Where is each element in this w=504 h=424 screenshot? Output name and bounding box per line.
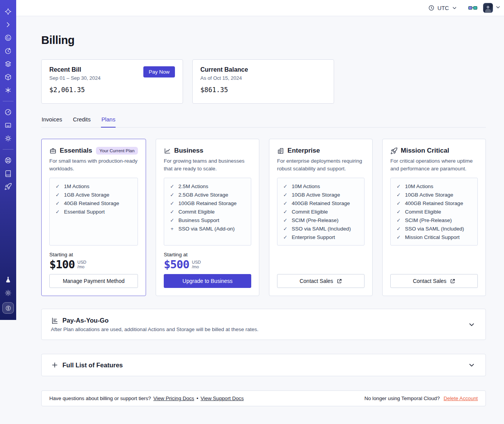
- tab-credits[interactable]: Credits: [72, 114, 91, 127]
- manage-payment-button[interactable]: Manage Payment Method: [49, 274, 138, 288]
- check-icon: ✓: [283, 209, 288, 214]
- check-icon: ✓: [396, 192, 401, 197]
- feature-item: ✓SSO via SAML (Included): [396, 226, 472, 232]
- sidebar-item-usage[interactable]: [4, 108, 12, 116]
- dot-separator: •: [197, 395, 198, 401]
- timezone-selector[interactable]: UTC: [428, 5, 457, 11]
- chevron-down-icon[interactable]: [468, 321, 475, 328]
- plan-name: Mission Critical: [401, 147, 449, 155]
- plan-description: For enterprise deployments requiring rob…: [277, 157, 365, 173]
- payg-accordion[interactable]: Pay-As-You-Go After Plan allocations are…: [41, 309, 486, 340]
- check-icon: ✓: [170, 218, 175, 223]
- feature-item: ✓Business Support: [170, 218, 245, 223]
- help-bar: Have questions about billing or support …: [41, 390, 486, 406]
- check-icon: ✓: [170, 184, 175, 189]
- contact-sales-button[interactable]: Contact Sales: [277, 274, 365, 288]
- sidebar-item-workflows[interactable]: [4, 73, 12, 81]
- support-docs-link[interactable]: View Support Docs: [201, 395, 244, 401]
- external-link-icon: [450, 278, 455, 284]
- check-icon: ✓: [283, 235, 288, 240]
- payg-title: Pay-As-You-Go: [62, 317, 109, 324]
- rocket-icon: [390, 147, 398, 155]
- feature-item: ✓10M Actions: [396, 184, 472, 189]
- sidebar-item-namespace-ui[interactable]: [4, 121, 12, 129]
- user-menu[interactable]: [483, 3, 501, 13]
- theme-icon[interactable]: [4, 289, 12, 297]
- plan-card-enterprise: Enterprise For enterprise deployments re…: [269, 139, 373, 296]
- check-icon: ✓: [396, 218, 401, 223]
- check-icon: ✓: [283, 218, 288, 223]
- sidebar-item-settings[interactable]: [4, 135, 12, 142]
- chevron-down-icon: [495, 4, 501, 12]
- recent-bill-amount: $2,061.35: [49, 86, 175, 94]
- feature-item: ✓400GB Retained Storage: [396, 201, 472, 206]
- sidebar-divider: [3, 149, 13, 150]
- timezone-label: UTC: [437, 5, 449, 11]
- check-icon: ✓: [396, 235, 401, 240]
- check-icon: ✓: [396, 209, 401, 214]
- dev-mode-glasses-icon[interactable]: [468, 5, 477, 11]
- current-plan-badge: Your Current Plan: [96, 147, 138, 155]
- feature-item: ✓10M Actions: [283, 184, 359, 189]
- feature-item: ✓2.5GB Active Storage: [170, 192, 245, 198]
- chevron-down-icon: [452, 5, 457, 11]
- buildings-icon: [277, 147, 284, 155]
- sidebar-item-get-started[interactable]: [4, 183, 12, 190]
- contact-sales-button[interactable]: Contact Sales: [390, 274, 478, 288]
- pay-now-button[interactable]: Pay Now: [143, 66, 175, 77]
- features-accordion[interactable]: Full List of Features: [41, 354, 486, 376]
- price-unit: USD/mo: [192, 258, 201, 269]
- check-icon: ✓: [396, 201, 401, 206]
- feature-item: ✓Commit Eligible: [283, 209, 359, 215]
- delete-question: No longer using Temporal Cloud?: [365, 395, 440, 401]
- sidebar: [0, 0, 16, 320]
- sidebar-item-nexus[interactable]: [4, 86, 12, 94]
- payg-description: After Plan allocations are used, additio…: [51, 326, 259, 332]
- starting-at-label: Starting at: [164, 252, 251, 257]
- recent-bill-card: Recent Bill Sep 01 – Sep 30, 2024 $2,061…: [41, 59, 183, 104]
- plan-card-mission-critical: Mission Critical For critical operations…: [382, 139, 486, 296]
- sidebar-item-billing[interactable]: [2, 302, 14, 314]
- avatar: [483, 3, 493, 13]
- collapse-chevron-icon[interactable]: [4, 21, 12, 29]
- price-block: Starting at $100 USD/mo: [49, 252, 138, 271]
- temporal-logo-icon[interactable]: [4, 8, 12, 15]
- feature-item: +SSO via SAML (Add-on): [170, 226, 245, 232]
- feature-item: ✓SSO via SAML (Included): [283, 226, 359, 232]
- labs-icon[interactable]: [4, 276, 12, 284]
- plan-description: For growing teams and businesses that ar…: [164, 157, 251, 173]
- feature-item: ✓Commit Eligible: [170, 209, 245, 215]
- check-icon: ✓: [170, 201, 175, 206]
- delete-account-link[interactable]: Delete Account: [444, 395, 478, 401]
- pricing-docs-link[interactable]: View Pricing Docs: [153, 395, 194, 401]
- check-icon: ✓: [396, 184, 401, 189]
- sidebar-item-docs[interactable]: [4, 170, 12, 177]
- feature-item: ✓100GB Retained Storage: [170, 201, 245, 206]
- tab-invoices[interactable]: Invoices: [41, 114, 62, 127]
- clock-icon: [428, 5, 435, 11]
- feature-item: ✓Mission Critical Support: [396, 235, 472, 240]
- check-icon: ✓: [55, 209, 60, 214]
- plan-card-business: Business For growing teams and businesse…: [156, 139, 259, 296]
- features-title: Full List of Features: [62, 362, 123, 369]
- feature-item: ✓40GB Retained Storage: [55, 201, 132, 206]
- sidebar-item-deployments[interactable]: [4, 60, 12, 68]
- sidebar-item-support[interactable]: [4, 156, 12, 164]
- plus-icon: [51, 361, 59, 369]
- feature-item: ✓1GB Active Storage: [55, 192, 132, 198]
- check-icon: ✓: [55, 201, 60, 206]
- current-balance-card: Current Balance As of Oct 15, 2024 $861.…: [192, 59, 334, 104]
- feature-list: ✓2.5M Actions ✓2.5GB Active Storage ✓100…: [164, 178, 251, 246]
- check-icon: ✓: [283, 226, 288, 231]
- sidebar-item-namespaces[interactable]: [4, 34, 12, 42]
- plan-price: $100: [49, 258, 75, 271]
- check-icon: ✓: [283, 201, 288, 206]
- chevron-down-icon[interactable]: [468, 361, 475, 369]
- tab-plans[interactable]: Plans: [101, 114, 116, 128]
- billing-tabs: Invoices Credits Plans: [41, 114, 486, 128]
- check-icon: ✓: [170, 209, 175, 214]
- sidebar-item-schedules[interactable]: [4, 47, 12, 55]
- plan-name: Business: [174, 147, 203, 155]
- check-icon: ✓: [170, 192, 175, 197]
- upgrade-business-button[interactable]: Upgrade to Business: [164, 274, 251, 288]
